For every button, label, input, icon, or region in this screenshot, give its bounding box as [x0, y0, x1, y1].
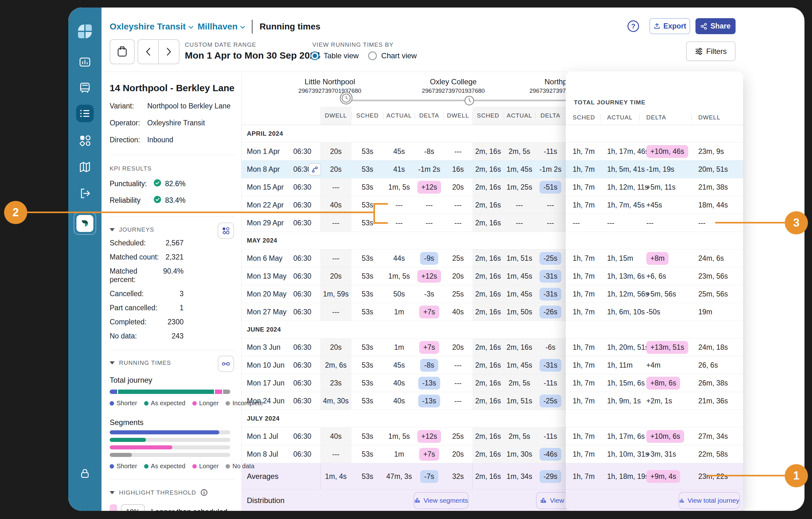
- month-spacer: [566, 125, 743, 143]
- sidebar-item-blocks[interactable]: [76, 132, 94, 149]
- sidebar-item-analytics[interactable]: [76, 53, 94, 71]
- table-cell: 1h, 12m, 11s: [600, 178, 639, 196]
- segment-link-button[interactable]: [218, 356, 234, 372]
- column-header-actual: ACTUAL: [383, 107, 415, 125]
- total-journey-row[interactable]: 1h, 7m1h, 6m, 10s-50s19m: [566, 303, 743, 321]
- table-cell: -50s: [639, 303, 691, 321]
- share-button[interactable]: Share: [695, 18, 735, 34]
- total-journey-row[interactable]: 1h, 7m1h, 12m, 56s+5m, 56s25m, 56s: [566, 285, 743, 303]
- journeys-section-header[interactable]: JOURNEYS: [110, 226, 235, 233]
- total-journey-row[interactable]: 1h, 7m1h, 13m, 6s+6, 6s23m, 56s: [566, 267, 743, 285]
- table-cell: 25s: [443, 285, 472, 303]
- sidebar-item-logout[interactable]: [76, 185, 94, 202]
- total-journey-row[interactable]: 1h, 7m1h, 12m, 11s+5m, 11s21m, 38s: [566, 178, 743, 196]
- table-row[interactable]: Mon 1 Apr06:3020s53s45s-8s---2m, 16s2m, …: [241, 143, 566, 161]
- filters-button[interactable]: Filters: [686, 42, 735, 61]
- table-cell: 1m, 5s: [383, 428, 415, 445]
- date-range-value[interactable]: Mon 1 Apr to Mon 30 Sep 2024: [185, 50, 320, 61]
- breadcrumb-operator[interactable]: Oxleyshire Transit: [110, 22, 193, 32]
- table-row[interactable]: Mon 3 Jun06:3020s53s1m+7s20s2m, 16s2m, 1…: [241, 338, 566, 356]
- table-row[interactable]: Mon 13 May06:3020s53s1m, 5s+12s20s2m, 16…: [241, 267, 566, 285]
- table-cell: 21m, 36s: [691, 392, 743, 410]
- table-row[interactable]: Mon 29 Apr06:30---53s---------2m, 16s---…: [241, 214, 566, 232]
- table-row[interactable]: Mon 15 Apr06:30---53s1m, 5s+12s20s2m, 16…: [241, 178, 566, 196]
- partner-brand-badge[interactable]: [74, 212, 96, 235]
- journeys-matrix-button[interactable]: [218, 222, 234, 239]
- export-label: Export: [664, 22, 686, 30]
- total-journey-row[interactable]: 1h, 7m1h, 17m, 6s+10m, 6s27m, 34s: [566, 428, 743, 445]
- export-button[interactable]: Export: [649, 18, 690, 34]
- table-row[interactable]: Mon 6 May06:30---53s44s-9s25s2m, 16s1m, …: [241, 249, 566, 267]
- table-cell: 20s: [320, 143, 351, 160]
- journey-stat-row: Matched count:2,321: [110, 253, 183, 262]
- next-period-button[interactable]: [159, 40, 179, 64]
- table-cell: 16s: [443, 161, 472, 178]
- lock-icon[interactable]: [76, 464, 94, 482]
- total-journey-row[interactable]: 1h, 7m1h, 20m, 51s+13m, 51s24m, 18s: [566, 338, 743, 356]
- table-cell: 1h, 20m, 51s: [600, 338, 639, 356]
- view-option-table-view[interactable]: Table view: [311, 51, 359, 60]
- sidebar-item-running-times[interactable]: [76, 105, 94, 122]
- view-total-journey-button[interactable]: View total journey: [678, 492, 740, 509]
- legend-dot: [110, 464, 114, 468]
- segment-bar-fill: [110, 430, 219, 434]
- table-cell: 1h, 7m: [566, 161, 600, 178]
- total-journey-row[interactable]: 1h, 7m1h, 17m, 46s+10m, 46s23m, 9s: [566, 143, 743, 161]
- table-row[interactable]: Mon 24 Jun06:304m, 30s53s40s-13s---2m, 1…: [241, 392, 566, 410]
- table-row[interactable]: Mon 8 Jul06:30---53s1m+7s20s2m, 16s1m, 3…: [241, 445, 566, 463]
- table-cell: 2m, 16s: [472, 356, 504, 374]
- table-cell: +5m, 11s: [639, 178, 691, 196]
- table-cell: 25s: [443, 249, 472, 267]
- table-cell: 53s: [351, 178, 383, 196]
- table-cell: -3s: [415, 285, 443, 303]
- table-cell: 2m, 16s: [472, 374, 504, 392]
- total-journey-row[interactable]: 1h, 7m1h, 11m+4m26, 6s: [566, 356, 743, 374]
- journey-branch-button[interactable]: [309, 163, 321, 176]
- view-segments-button[interactable]: View segments: [413, 492, 469, 509]
- table-cell: -1m 2s: [415, 161, 443, 178]
- total-journey-row[interactable]: 1h, 7m1h, 9m, 1s+2m, 1s21m, 36s: [566, 392, 743, 410]
- total-journey-row[interactable]: 1h, 7m1h, 7m, 45s+45s18m, 44s: [566, 196, 743, 214]
- table-row[interactable]: Mon 8 Apr06:3020s53s41s-1m 2s16s2m, 16s1…: [241, 161, 566, 178]
- stop-clock-icon[interactable]: [464, 95, 474, 107]
- calendar-button[interactable]: [110, 39, 135, 64]
- sidebar-item-map[interactable]: [76, 158, 94, 176]
- total-journey-row[interactable]: 1h, 7m1h, 5m, 41s-1m, 19s20m, 51s: [566, 161, 743, 178]
- table-row[interactable]: Mon 20 May06:301m, 59s53s50s-3s25s2m, 16…: [241, 285, 566, 303]
- sidebar: [68, 7, 102, 511]
- table-cell: 23s: [320, 374, 351, 392]
- callout-2: 2: [4, 201, 27, 224]
- stat-label: Scheduled:: [110, 239, 146, 247]
- callout-2-tick-top: [373, 203, 388, 204]
- table-cell: 2m, 16s: [472, 392, 504, 410]
- threshold-section-header[interactable]: HIGHLIGHT THRESHOLD: [110, 489, 235, 496]
- running-times-section-header[interactable]: RUNNING TIMES: [110, 359, 235, 366]
- longer-threshold-input[interactable]: 10%: [121, 504, 145, 511]
- table-cell: 1h, 15m, 6s: [600, 374, 639, 392]
- radio-icon: [368, 51, 377, 60]
- table-cell: 25s: [443, 428, 472, 445]
- breadcrumb-area[interactable]: Millhaven: [198, 22, 245, 32]
- table-row[interactable]: Mon 1 Jul06:3040s53s1m, 5s+12s25s2m, 16s…: [241, 428, 566, 445]
- table-row[interactable]: Mon 17 Jun06:3023s53s40s-13s---2m, 16s2m…: [241, 374, 566, 392]
- table-cell: +12s: [415, 178, 443, 196]
- stat-label: Part cancelled:: [110, 304, 157, 312]
- table-cell: 2m, 16s: [472, 285, 504, 303]
- view-by-label: VIEW RUNNING TIMES BY: [312, 42, 394, 48]
- table-cell: 53s: [351, 356, 383, 374]
- table-row[interactable]: Mon 10 Jun06:302m, 6s53s45s-8s---2m, 16s…: [241, 356, 566, 374]
- sidebar-item-vehicles[interactable]: [76, 79, 94, 97]
- share-label: Share: [710, 22, 730, 30]
- total-journey-row[interactable]: 1h, 7m1h, 15m+8m24m, 6s: [566, 249, 743, 267]
- prev-period-button[interactable]: [138, 40, 159, 64]
- view-option-chart-view[interactable]: Chart view: [368, 51, 417, 60]
- table-cell: 20s: [320, 267, 351, 285]
- help-icon[interactable]: ?: [628, 20, 639, 32]
- table-cell: 1h, 7m: [566, 178, 600, 196]
- page-title: Running times: [259, 22, 320, 32]
- info-icon[interactable]: [201, 489, 208, 496]
- table-row[interactable]: Mon 27 May06:30---53s1m+7s40s2m, 16s1m, …: [241, 303, 566, 321]
- total-journey-row[interactable]: 1h, 7m1h, 10m, 31s+3m, 31s22m, 58s: [566, 445, 743, 463]
- stop-clock-icon[interactable]: [339, 91, 353, 106]
- total-journey-row[interactable]: 1h, 7m1h, 15m, 6s+8m, 6s26m, 38s: [566, 374, 743, 392]
